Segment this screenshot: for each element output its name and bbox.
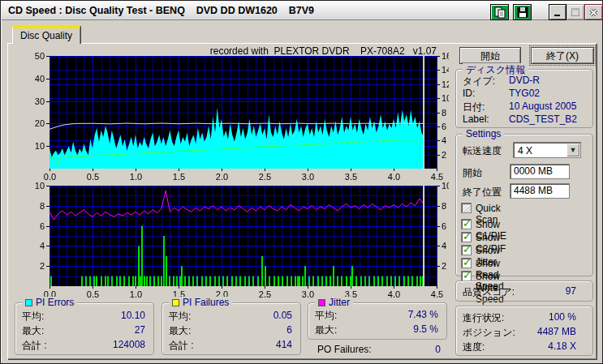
close-icon — [588, 7, 599, 18]
start-button[interactable]: 開始 — [459, 47, 521, 64]
checkbox-box: ✓ — [461, 245, 472, 255]
checkbox-box: ✓ — [461, 258, 472, 268]
maximize-icon — [571, 7, 580, 17]
disc-info-groupbox: ディスク情報 タイプ: DVD-R ID: TYG02 日付: 10 Augus… — [455, 69, 593, 128]
exit-button[interactable]: 終了(X) — [531, 47, 594, 64]
pi-failures-max-row: 最大: 6 — [169, 324, 294, 336]
jitter-average-row: 平均: 7.43 % — [315, 309, 440, 321]
progress-groupbox: 進行状況: 100 % ポジション: 4487 MB 速度: 4.18 X — [455, 306, 593, 356]
jitter-max-row: 最大: 9.5 % — [315, 323, 440, 336]
close-button[interactable] — [584, 4, 603, 20]
pi-errors-groupbox: PI Errors 平均: 10.10 最大: 27 合計 : 124008 — [15, 302, 154, 355]
recorded-with-label: recorded with PLEXTOR DVDR PX-708A2 v1.0… — [193, 45, 437, 57]
jitter-groupbox: Jitter 平均: 7.43 % 最大: 9.5 % — [308, 302, 447, 340]
maximize-button[interactable] — [566, 4, 584, 20]
speed-row: 速度: 4.18 X — [463, 340, 586, 353]
disc-label-row: Label: CDS_TEST_B2 — [463, 113, 586, 126]
settings-title: Settings — [463, 128, 504, 139]
po-failures-row: PO Failures: 0 — [317, 344, 441, 356]
jitter-title: Jitter — [329, 297, 350, 308]
pi-errors-title: PI Errors — [36, 297, 74, 308]
pi-failures-total-row: 合計 : 414 — [169, 339, 294, 351]
checkbox-box: ✓ — [461, 219, 472, 229]
pi-errors-swatch — [25, 299, 32, 306]
title-bar[interactable]: CD Speed : Disc Quality Test - BENQ DVD … — [2, 2, 602, 20]
pi-failures-jitter-chart — [17, 181, 449, 299]
quality-score-groupbox: 品質スコア: 97 — [455, 280, 593, 302]
pi-failures-swatch — [172, 299, 179, 306]
disc-date-row: 日付: 10 August 2005 — [463, 101, 586, 113]
transfer-speed-select[interactable]: 4 X ▼ — [513, 142, 581, 158]
start-position-input[interactable]: 0000 MB — [510, 164, 570, 179]
save-button[interactable] — [513, 4, 532, 20]
checkbox-box: ✓ — [461, 203, 472, 213]
disc-type-row: タイプ: DVD-R — [463, 75, 586, 87]
minimize-icon — [553, 7, 562, 17]
minimize-button[interactable] — [549, 4, 566, 20]
tab-disc-quality[interactable]: Disc Quality — [12, 26, 80, 44]
pi-failures-title: PI Failures — [183, 297, 229, 308]
clipboard-icon — [494, 6, 506, 19]
progress-row: 進行状況: 100 % — [463, 311, 586, 323]
copy-to-clipboard-button[interactable] — [490, 4, 509, 20]
chevron-down-icon[interactable]: ▼ — [566, 143, 579, 156]
pi-errors-max-row: 最大: 27 — [22, 324, 147, 336]
settings-groupbox: Settings 転送速度 4 X ▼ 開始 0000 MB 終了位置 4488… — [455, 134, 593, 276]
app-window: CD Speed : Disc Quality Test - BENQ DVD … — [0, 0, 603, 364]
disc-id-row: ID: TYG02 — [463, 88, 586, 100]
pi-failures-groupbox: PI Failures 平均: 0.05 最大: 6 合計 : 414 — [162, 302, 301, 355]
pi-failures-average-row: 平均: 0.05 — [169, 310, 294, 322]
end-position-input[interactable]: 4488 MB — [510, 183, 570, 199]
position-row: ポジション: 4487 MB — [463, 326, 586, 338]
checkbox-box: ✓ — [461, 232, 472, 242]
tab-label: Disc Quality — [20, 30, 72, 41]
jitter-swatch — [318, 299, 325, 306]
pi-errors-total-row: 合計 : 124008 — [22, 339, 147, 351]
quality-score-row: 品質スコア: 97 — [463, 285, 586, 298]
pi-errors-average-row: 平均: 10.10 — [22, 310, 147, 322]
floppy-disk-icon — [517, 6, 528, 18]
pi-errors-chart — [17, 46, 449, 182]
window-title: CD Speed : Disc Quality Test - BENQ DVD … — [8, 5, 314, 16]
